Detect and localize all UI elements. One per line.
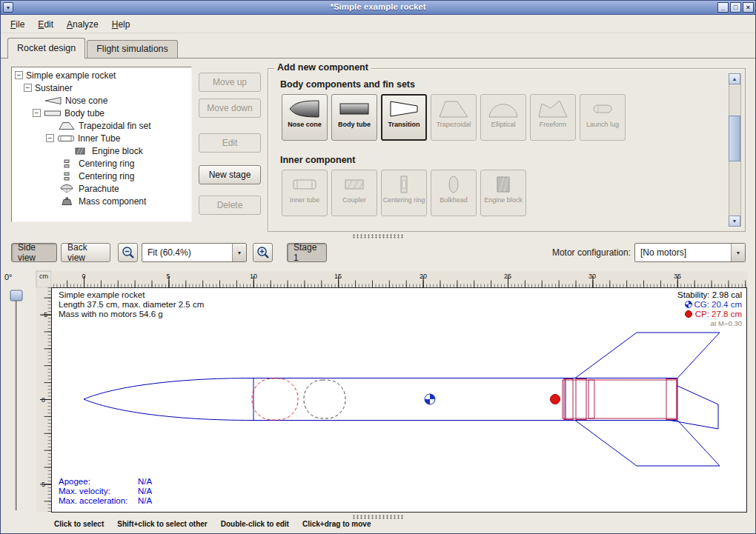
move-up-button[interactable]: Move up xyxy=(199,73,261,92)
back-view-button[interactable]: Back view xyxy=(61,243,110,262)
group-title: Add new component xyxy=(274,62,371,73)
apogee-value: N/A xyxy=(138,477,153,486)
tree-item-rocket[interactable]: − Simple example rocket xyxy=(12,69,191,81)
component-scrollbar[interactable]: ▲ ▼ xyxy=(729,73,741,227)
zoom-out-button[interactable] xyxy=(118,243,138,262)
tree-item-engine-block[interactable]: Engine block xyxy=(12,144,191,157)
v-tick-label: 0 xyxy=(42,396,45,404)
max-velocity-value: N/A xyxy=(138,487,153,495)
zoom-select[interactable]: Fit (60.4%) ▼ xyxy=(142,243,247,262)
scrollbar-thumb[interactable] xyxy=(729,116,740,161)
titlebar[interactable]: ▼ *Simple example rocket _ □ × xyxy=(1,1,755,15)
add-transition-button[interactable]: Transition xyxy=(381,94,427,141)
tree-item-parachute[interactable]: Parachute xyxy=(12,182,191,195)
add-component-group: Add new component Body components and fi… xyxy=(268,68,746,232)
chevron-down-icon[interactable]: ▼ xyxy=(232,244,246,261)
tree-item-label: Inner Tube xyxy=(78,133,120,144)
engine-block-icon xyxy=(487,173,520,196)
apogee-label: Apogee: xyxy=(59,477,90,486)
new-stage-button[interactable]: New stage xyxy=(199,165,261,184)
add-inner-tube-button[interactable]: Inner tube xyxy=(282,170,328,216)
zoom-out-icon xyxy=(121,245,136,260)
splitter-handle-icon[interactable] xyxy=(352,515,404,519)
tree-item-mass-component[interactable]: Mass component xyxy=(12,195,191,207)
h-tick-label: 30 xyxy=(588,273,596,280)
rocket-name-label: Simple example rocket xyxy=(59,290,145,299)
menu-file[interactable]: File xyxy=(4,17,31,32)
cp-legend-icon xyxy=(686,311,692,318)
edit-button[interactable]: Edit xyxy=(199,133,261,153)
trapezoidal-fin-icon xyxy=(437,97,470,120)
tree-item-sustainer[interactable]: − Sustainer xyxy=(12,81,191,94)
centering-ring-icon xyxy=(58,159,76,168)
stage1-toggle-button[interactable]: Stage 1 xyxy=(287,243,327,262)
scroll-down-icon[interactable]: ▼ xyxy=(729,216,740,227)
elliptical-fin-icon xyxy=(487,97,520,120)
add-body-tube-button[interactable]: Body tube xyxy=(331,94,377,141)
menu-help[interactable]: Help xyxy=(105,17,137,32)
chevron-down-icon[interactable]: ▼ xyxy=(731,244,745,261)
motor-configuration-select[interactable]: [No motors] ▼ xyxy=(634,243,746,262)
tree-item-body-tube[interactable]: − Body tube xyxy=(12,107,191,119)
minimize-button[interactable]: _ xyxy=(717,2,729,13)
tab-flight-simulations[interactable]: Flight simulations xyxy=(87,40,178,58)
status-hints: Click to select Shift+click to select ot… xyxy=(54,520,371,528)
expander-icon[interactable]: − xyxy=(46,134,54,142)
add-freeform-fin-button[interactable]: Freeform xyxy=(530,94,576,141)
tree-item-trapezoidal-fin-set[interactable]: Trapezoidal fin set xyxy=(12,119,191,132)
tab-rocket-design[interactable]: Rocket design xyxy=(7,38,85,59)
tree-item-label: Trapezoidal fin set xyxy=(79,121,151,131)
stability-label: Stability: 2.98 cal xyxy=(677,290,742,299)
side-view-button[interactable]: Side view xyxy=(11,243,57,262)
max-acceleration-label: Max. acceleration: xyxy=(59,496,127,505)
expander-icon[interactable]: − xyxy=(33,109,41,117)
add-trapezoidal-fin-button[interactable]: Trapezoidal xyxy=(431,94,477,141)
rocket-view-canvas: 0° cm 0 5 10 15 20 25 30 35 -5 0 5 xyxy=(1,267,756,515)
tree-item-inner-tube[interactable]: − Inner Tube xyxy=(12,132,191,144)
parachute-icon xyxy=(58,184,76,193)
inner-tube-icon xyxy=(57,134,75,143)
pane-splitter[interactable] xyxy=(1,233,755,239)
menu-edit[interactable]: Edit xyxy=(31,17,60,32)
scroll-up-icon[interactable]: ▲ xyxy=(729,73,740,84)
cp-marker xyxy=(551,395,560,404)
menu-analyze[interactable]: Analyze xyxy=(60,17,105,32)
close-button[interactable]: × xyxy=(743,2,754,13)
rotation-slider-knob[interactable] xyxy=(10,290,22,301)
drawing-area[interactable] xyxy=(52,288,747,513)
h-tick-label: 15 xyxy=(334,273,342,280)
design-pane: − Simple example rocket − Sustainer Nose… xyxy=(1,58,755,233)
tree-item-centering-ring-2[interactable]: Centering ring xyxy=(12,170,191,182)
add-bulkhead-button[interactable]: Bulkhead xyxy=(431,170,477,216)
component-tree[interactable]: − Simple example rocket − Sustainer Nose… xyxy=(11,67,192,222)
delete-button[interactable]: Delete xyxy=(199,196,261,215)
motor-configuration-label: Motor configuration: xyxy=(552,247,631,258)
cg-label: CG: 20.4 cm xyxy=(694,300,742,309)
tree-item-label: Nose cone xyxy=(65,96,107,106)
add-launch-lug-button[interactable]: Launch lug xyxy=(580,94,626,141)
add-centering-ring-button[interactable]: Centering ring xyxy=(381,170,427,216)
move-down-button[interactable]: Move down xyxy=(199,99,261,118)
expander-icon[interactable]: − xyxy=(15,71,23,79)
cg-legend-icon xyxy=(686,301,692,308)
inner-tube-icon xyxy=(288,173,321,196)
hint-double-click: Double-click to edit xyxy=(221,520,289,528)
splitter-handle-icon[interactable] xyxy=(352,234,404,238)
tree-item-nose-cone[interactable]: Nose cone xyxy=(12,94,191,107)
hint-shift-click: Shift+click to select other xyxy=(117,520,207,528)
v-tick-label: -5 xyxy=(42,311,47,318)
maximize-button[interactable]: □ xyxy=(730,2,741,13)
add-nose-cone-button[interactable]: Nose cone xyxy=(282,94,328,141)
menubar: File Edit Analyze Help xyxy=(1,16,755,33)
rotation-angle-label: 0° xyxy=(4,273,13,281)
add-elliptical-fin-button[interactable]: Elliptical xyxy=(480,94,526,141)
tree-item-label: Centering ring xyxy=(79,158,134,169)
tree-item-centering-ring-1[interactable]: Centering ring xyxy=(12,157,191,170)
add-engine-block-button[interactable]: Engine block xyxy=(480,170,526,216)
add-coupler-button[interactable]: Coupler xyxy=(331,170,377,216)
hint-click-drag: Click+drag to move xyxy=(302,520,371,528)
expander-icon[interactable]: − xyxy=(24,84,32,92)
zoom-in-button[interactable] xyxy=(253,243,273,262)
rocket-view-area: 0° cm 0 5 10 15 20 25 30 35 -5 0 5 xyxy=(1,267,755,515)
window-title: *Simple example rocket xyxy=(1,2,755,11)
